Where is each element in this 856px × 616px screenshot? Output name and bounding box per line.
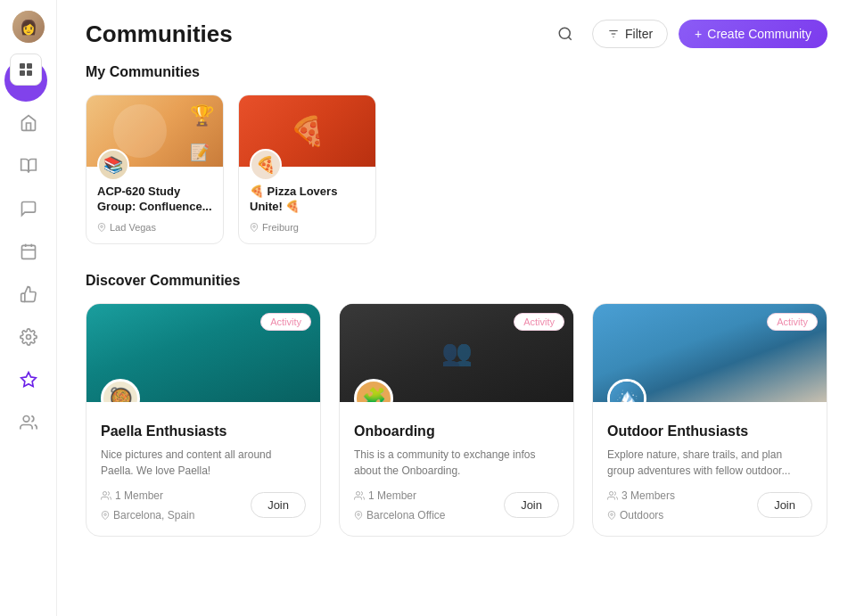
sidebar: 👩 <box>0 0 57 616</box>
study-group-name: ACP-620 Study Group: Confluence... <box>97 185 212 215</box>
sidebar-item-home[interactable] <box>11 105 46 141</box>
header: Communities Filter + Create Community <box>57 0 856 64</box>
outdoor-card-desc: Explore nature, share trails, and plan g… <box>607 447 812 479</box>
paella-card-desc: Nice pictures and content all around Pae… <box>101 447 306 479</box>
discover-card-onboarding[interactable]: 👥 Activity 🧩 Onboarding This is a commun… <box>339 303 574 537</box>
outdoor-join-button[interactable]: Join <box>757 492 812 518</box>
main-content: Communities Filter + Create Community My… <box>57 0 856 616</box>
outdoor-location: Outdoors <box>607 509 675 522</box>
filter-label: Filter <box>625 27 653 41</box>
study-group-location: Lad Vegas <box>97 222 212 233</box>
sidebar-item-library[interactable] <box>11 148 46 184</box>
onboarding-card-title: Onboarding <box>354 423 559 439</box>
svg-point-19 <box>357 491 360 495</box>
onboarding-card-desc: This is a community to exchange infos ab… <box>354 447 559 479</box>
svg-point-20 <box>358 513 360 516</box>
svg-rect-0 <box>20 63 25 69</box>
filter-button[interactable]: Filter <box>592 20 668 48</box>
outdoor-activity-badge: Activity <box>767 313 818 331</box>
sidebar-item-messages[interactable] <box>11 191 46 226</box>
svg-rect-3 <box>27 70 32 76</box>
sidebar-item-like[interactable] <box>11 276 46 312</box>
my-community-card-study[interactable]: 🏆 📝 📚 ACP-620 Study Group: Confluence...… <box>86 94 224 244</box>
svg-point-10 <box>559 28 570 38</box>
onboarding-location: Barcelona Office <box>354 509 446 522</box>
svg-line-11 <box>568 37 571 39</box>
my-communities-grid: 🏆 📝 📚 ACP-620 Study Group: Confluence...… <box>86 94 827 244</box>
svg-point-15 <box>101 226 103 228</box>
svg-rect-1 <box>27 63 32 69</box>
sidebar-item-community[interactable] <box>11 405 46 440</box>
pizza-group-name: 🍕 Pizza Lovers Unite! 🍕 <box>250 185 365 215</box>
onboarding-activity-badge: Activity <box>514 313 564 331</box>
create-plus-icon: + <box>695 27 702 41</box>
discover-communities-grid: Activity 🥘 Paella Enthusiasts Nice pictu… <box>86 303 827 537</box>
header-actions: Filter + Create Community <box>549 18 827 50</box>
paella-join-button[interactable]: Join <box>251 492 306 518</box>
my-communities-section: My Communities 🏆 📝 📚 ACP-620 Stu <box>86 64 827 244</box>
onboarding-members: 1 Member <box>354 489 446 502</box>
discover-card-outdoor[interactable]: Activity 🏔️ Outdoor Enthusiasts Explore … <box>592 303 827 537</box>
content-area: My Communities 🏆 📝 📚 ACP-620 Stu <box>57 64 856 565</box>
svg-point-9 <box>23 416 29 423</box>
discover-communities-section: Discover Communities Activity 🥘 Paella E… <box>86 273 827 537</box>
my-communities-title: My Communities <box>86 64 827 80</box>
svg-point-18 <box>104 513 107 516</box>
onboarding-join-button[interactable]: Join <box>504 492 559 518</box>
page-title: Communities <box>86 21 233 48</box>
svg-rect-2 <box>20 70 25 76</box>
discover-communities-title: Discover Communities <box>86 273 827 289</box>
grid-icon-button[interactable] <box>10 53 42 86</box>
paella-activity-badge: Activity <box>260 313 311 331</box>
svg-point-21 <box>610 491 613 495</box>
my-community-card-pizza[interactable]: 🍕 🍕 🍕 Pizza Lovers Unite! 🍕 Freiburg <box>238 94 376 244</box>
user-avatar[interactable]: 👩 <box>12 11 45 43</box>
create-community-button[interactable]: + Create Community <box>679 20 827 48</box>
svg-point-8 <box>26 335 30 340</box>
sidebar-item-explore[interactable] <box>11 362 46 398</box>
pizza-group-location: Freiburg <box>250 222 365 233</box>
sidebar-item-settings[interactable] <box>11 319 46 355</box>
paella-location: Barcelona, Spain <box>101 509 194 522</box>
svg-rect-4 <box>21 245 35 259</box>
outdoor-members: 3 Members <box>607 489 675 502</box>
paella-card-title: Paella Enthusiasts <box>101 423 306 439</box>
svg-point-22 <box>611 513 613 516</box>
search-button[interactable] <box>549 18 581 50</box>
paella-members: 1 Member <box>101 489 194 502</box>
create-community-label: Create Community <box>707 27 811 41</box>
svg-point-16 <box>253 226 256 228</box>
sidebar-item-calendar[interactable] <box>11 234 46 269</box>
discover-card-paella[interactable]: Activity 🥘 Paella Enthusiasts Nice pictu… <box>86 303 321 537</box>
svg-point-17 <box>103 491 107 495</box>
outdoor-card-title: Outdoor Enthusiasts <box>607 423 812 439</box>
